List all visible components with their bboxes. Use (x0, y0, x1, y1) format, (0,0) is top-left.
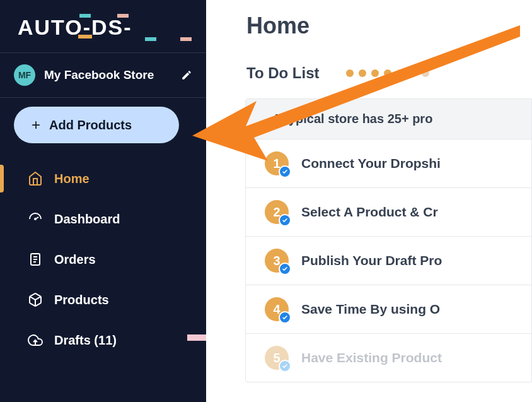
add-products-label: Add Products (49, 118, 132, 133)
home-icon (28, 171, 43, 186)
dot (371, 69, 379, 77)
check-icon (279, 214, 291, 227)
nav-list: Home Dashboard Orders Products Drafts (1… (0, 155, 206, 360)
dot (359, 69, 366, 77)
nav-label: Drafts (11) (54, 333, 117, 348)
todo-card: A typical store has 25+ pro 1 Connect Yo… (245, 98, 532, 382)
sidebar-item-dashboard[interactable]: Dashboard (0, 199, 206, 239)
logo-accent (117, 14, 129, 18)
todo-step[interactable]: 4 Save Time By using O (246, 285, 531, 333)
progress-dots (346, 69, 429, 77)
check-icon (279, 263, 291, 275)
step-label: Select A Product & Cr (301, 204, 438, 220)
dot (422, 69, 429, 77)
step-label: Connect Your Dropshi (301, 156, 441, 171)
page-title: Home (246, 13, 532, 39)
clipboard-icon (28, 252, 43, 267)
sidebar: AUTO-DS- MF My Facebook Store + Add Prod… (0, 0, 206, 402)
plus-icon: + (32, 116, 40, 134)
dot (396, 69, 404, 77)
store-name: My Facebook Store (44, 68, 172, 82)
logo-accent (79, 14, 91, 18)
todo-header: To Do List (246, 64, 532, 82)
accent-bar (187, 334, 206, 341)
svg-point-0 (35, 218, 36, 220)
logo-accent (180, 37, 192, 41)
main-content: Home To Do List A typical store has 25+ … (206, 0, 532, 402)
todo-step[interactable]: 1 Connect Your Dropshi (246, 139, 531, 187)
sidebar-item-home[interactable]: Home (0, 158, 206, 199)
nav-label: Home (54, 172, 90, 186)
check-icon (279, 311, 291, 324)
gauge-icon (28, 211, 43, 227)
add-products-wrap: + Add Products (0, 98, 206, 155)
edit-icon[interactable] (181, 69, 192, 81)
logo: AUTO-DS- (18, 15, 132, 40)
step-number-badge: 2 (265, 200, 289, 224)
todo-step[interactable]: 3 Publish Your Draft Pro (246, 236, 531, 285)
dot (409, 69, 417, 77)
nav-label: Dashboard (54, 212, 120, 227)
dot (384, 69, 391, 77)
nav-label: Orders (54, 252, 96, 267)
check-icon (279, 360, 291, 372)
sidebar-item-drafts[interactable]: Drafts (11) (0, 320, 206, 360)
sidebar-item-products[interactable]: Products (0, 280, 206, 320)
todo-banner: A typical store has 25+ pro (246, 99, 531, 139)
step-number-badge: 4 (265, 297, 289, 321)
step-label: Save Time By using O (301, 302, 440, 317)
step-label: Have Existing Product (301, 350, 442, 365)
step-number-badge: 3 (265, 249, 289, 273)
step-number-badge: 5 (265, 346, 289, 370)
store-avatar: MF (14, 64, 35, 86)
todo-step[interactable]: 5 Have Existing Product (246, 333, 531, 382)
box-icon (28, 292, 43, 307)
cloud-upload-icon (28, 333, 43, 348)
check-icon (279, 165, 291, 178)
step-label: Publish Your Draft Pro (301, 253, 442, 268)
step-number-badge: 1 (265, 151, 289, 175)
logo-text: AUTO-DS- (18, 15, 132, 39)
sidebar-item-orders[interactable]: Orders (0, 239, 206, 280)
nav-label: Products (54, 293, 109, 307)
todo-step[interactable]: 2 Select A Product & Cr (246, 187, 531, 236)
store-selector[interactable]: MF My Facebook Store (0, 53, 206, 97)
dot (346, 69, 354, 77)
logo-accent (78, 35, 92, 38)
logo-area: AUTO-DS- (0, 0, 206, 52)
add-products-button[interactable]: + Add Products (14, 107, 179, 143)
todo-title: To Do List (246, 64, 320, 82)
logo-accent (145, 37, 156, 41)
